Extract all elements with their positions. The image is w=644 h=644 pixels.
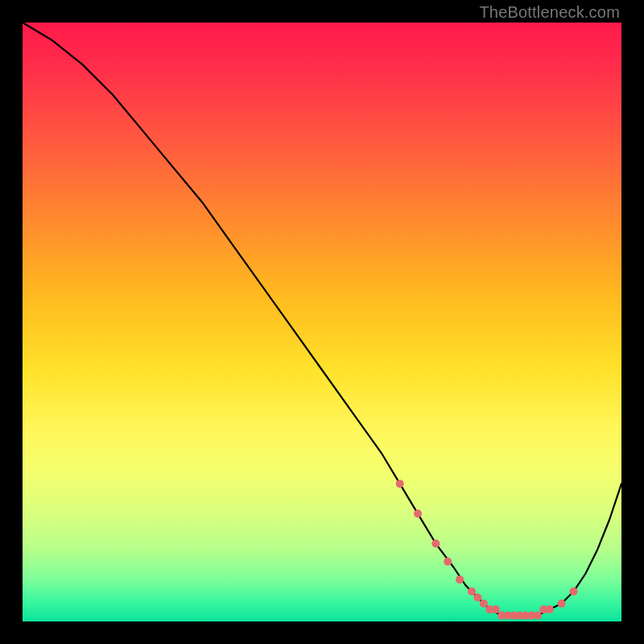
valley-marker-dot: [414, 510, 422, 518]
valley-marker-dot: [444, 558, 452, 566]
valley-marker-dot: [558, 600, 566, 608]
valley-marker-dot: [534, 612, 542, 620]
valley-marker-dot: [492, 605, 500, 613]
bottleneck-curve: [23, 23, 621, 616]
valley-marker-dot: [431, 539, 440, 547]
valley-marker-dot: [546, 605, 554, 613]
chart-overlay-svg: [23, 23, 621, 621]
valley-markers: [396, 480, 578, 620]
valley-marker-dot: [480, 600, 488, 608]
valley-marker-dot: [570, 588, 578, 596]
valley-marker-dot: [473, 593, 481, 601]
chart-frame: TheBottleneck.com: [0, 0, 644, 644]
valley-marker-dot: [456, 576, 464, 584]
watermark-text: TheBottleneck.com: [479, 3, 620, 22]
valley-marker-dot: [396, 480, 404, 488]
valley-marker-dot: [468, 588, 476, 596]
